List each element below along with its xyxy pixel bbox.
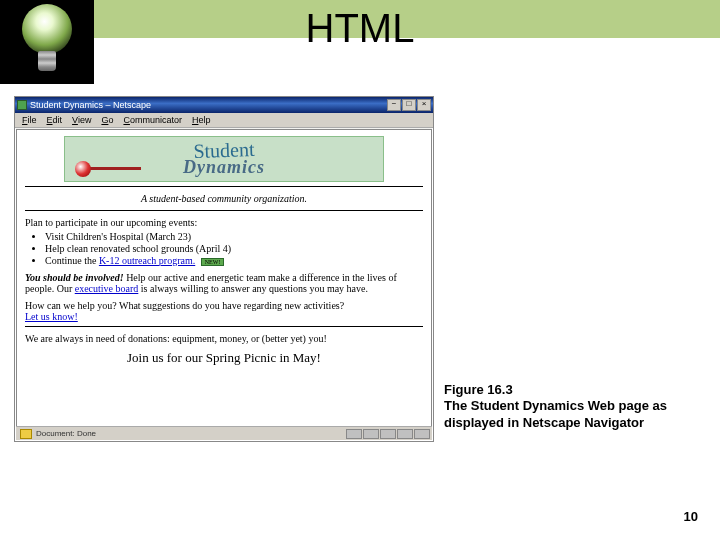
list-item: Visit Children's Hospital (March 23)	[45, 231, 423, 242]
donations-text: We are always in need of donations: equi…	[25, 333, 423, 344]
divider	[25, 210, 423, 211]
netscape-icon	[17, 100, 27, 110]
help-para: How can we help you? What suggestions do…	[25, 300, 423, 322]
slide-title: HTML	[0, 6, 720, 51]
bullet3-pre: Continue the	[45, 255, 99, 266]
tray-icon[interactable]	[380, 429, 396, 439]
tray-icon[interactable]	[363, 429, 379, 439]
figure-text: The Student Dynamics Web page as display…	[444, 398, 667, 429]
menu-file[interactable]: FFileile	[17, 114, 42, 126]
list-item: Help clean renovated school grounds (Apr…	[45, 243, 423, 254]
let-us-know-link[interactable]: Let us know!	[25, 311, 78, 322]
involved-lead: You should be involved!	[25, 272, 124, 283]
help-text: How can we help you? What suggestions do…	[25, 300, 344, 311]
picnic-heading: Join us for our Spring Picnic in May!	[25, 350, 423, 366]
events-list: Visit Children's Hospital (March 23) Hel…	[45, 231, 423, 266]
maximize-button[interactable]: □	[402, 99, 416, 111]
status-bar: Document: Done	[16, 426, 432, 440]
status-icon	[20, 429, 32, 439]
status-tray	[346, 429, 432, 439]
status-text: Document: Done	[36, 429, 346, 438]
involved-para: You should be involved! Help our active …	[25, 272, 423, 294]
figure-number: Figure 16.3	[444, 382, 674, 398]
involved-text-b: is always willing to answer any question…	[138, 283, 368, 294]
menu-communicator[interactable]: CommunicatorCommunicator	[118, 114, 187, 126]
divider	[25, 326, 423, 327]
tray-icon[interactable]	[346, 429, 362, 439]
close-button[interactable]: ×	[417, 99, 431, 111]
window-title: Student Dynamics – Netscape	[30, 100, 387, 110]
banner-text-bottom: Dynamics	[183, 157, 265, 178]
tray-icon[interactable]	[414, 429, 430, 439]
figure-caption: Figure 16.3 The Student Dynamics Web pag…	[444, 382, 674, 431]
site-banner: Student Dynamics	[64, 136, 384, 182]
intro-text: Plan to participate in our upcoming even…	[25, 217, 423, 228]
divider	[25, 186, 423, 187]
outreach-link[interactable]: K-12 outreach program.	[99, 255, 195, 266]
list-item: Continue the K-12 outreach program. NEW!	[45, 255, 423, 266]
menu-bar: FFileile EditEdit ViewView GoGo Communic…	[15, 113, 433, 128]
menu-view[interactable]: ViewView	[67, 114, 96, 126]
window-titlebar[interactable]: Student Dynamics – Netscape − □ ×	[15, 97, 433, 113]
exec-board-link[interactable]: executive board	[75, 283, 139, 294]
new-badge: NEW!	[201, 258, 225, 266]
menu-go[interactable]: GoGo	[96, 114, 118, 126]
tagline: A student-based community organization.	[25, 191, 423, 206]
menu-help[interactable]: HelpHelp	[187, 114, 216, 126]
tray-icon[interactable]	[397, 429, 413, 439]
banner-knob	[75, 161, 91, 177]
slide-header: HTML	[0, 0, 720, 84]
page-number: 10	[684, 509, 698, 524]
menu-edit[interactable]: EditEdit	[42, 114, 68, 126]
page-content: Student Dynamics A student-based communi…	[16, 129, 432, 427]
browser-window: Student Dynamics – Netscape − □ × FFilei…	[14, 96, 434, 442]
minimize-button[interactable]: −	[387, 99, 401, 111]
